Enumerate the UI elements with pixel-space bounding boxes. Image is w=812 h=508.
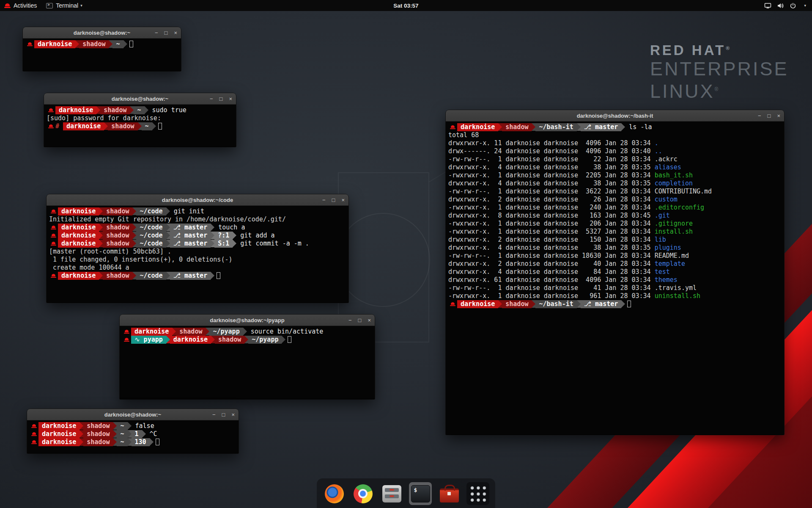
- terminal-cursor: [217, 272, 220, 279]
- maximize-button[interactable]: □: [332, 197, 335, 203]
- minimize-button[interactable]: −: [758, 113, 761, 119]
- titlebar[interactable]: darknoise@shadow:~ − □ ×: [44, 93, 236, 105]
- git-branch-icon: ⎇: [584, 300, 595, 308]
- file-name: plugins: [655, 244, 681, 252]
- prompt-segment-st: S:1: [214, 240, 233, 248]
- file-name: completion: [655, 179, 693, 188]
- file-name: .ackrc: [655, 155, 678, 163]
- titlebar[interactable]: darknoise@shadow:~/bash-it − □ ×: [446, 110, 784, 121]
- terminal-content[interactable]: darknoiseshadow~: [23, 39, 181, 71]
- powerline-arrow: [80, 422, 83, 430]
- redhat-prompt-icon: [122, 328, 131, 336]
- terminal-line: darknoiseshadow~: [25, 40, 181, 48]
- terminal-line: [master (root-commit) 50bcb63] .: [49, 248, 348, 256]
- rhel-wordmark-redhat: RED HAT®: [650, 42, 789, 58]
- git-branch-icon: ⎇: [173, 224, 184, 231]
- terminal-line: -rw-rw-r--. 1 darknoise darknoise 41 Jan…: [448, 284, 784, 292]
- terminal-line: darknoiseshadow~/bash-it⎇ master ls -la: [448, 123, 784, 131]
- powerline-arrow: [132, 272, 136, 279]
- file-name: lib: [655, 236, 666, 244]
- dock-item-toolbox[interactable]: [438, 482, 461, 505]
- maximize-button[interactable]: □: [165, 30, 168, 36]
- powerline-arrow: [621, 300, 625, 308]
- output-text: create mode 100644 a: [49, 264, 129, 272]
- dock-item-app-grid[interactable]: [466, 482, 489, 505]
- minimize-button[interactable]: −: [210, 96, 213, 102]
- terminal-line: -rwxrwxr-x. 1 darknoise darknoise 206 Ja…: [448, 220, 784, 228]
- terminal-line: drwxrwxr-x. 4 darknoise darknoise 38 Jan…: [448, 179, 784, 188]
- minimize-button[interactable]: −: [155, 30, 158, 36]
- minimize-button[interactable]: −: [212, 412, 216, 417]
- terminal-cursor: [288, 336, 291, 343]
- powerline-arrow: [138, 122, 142, 130]
- terminal-window-home-2: darknoise@shadow:~ − □ × darknoiseshadow…: [27, 409, 239, 453]
- prompt-segment-user: darknoise: [457, 300, 498, 308]
- terminal-content[interactable]: darknoiseshadow~/code git initInitialize…: [47, 206, 348, 302]
- close-button[interactable]: ×: [777, 113, 780, 119]
- powerline-arrow: [233, 240, 236, 247]
- prompt-segment-host: shadow: [103, 240, 132, 248]
- prompt-segment-git: ⎇ master: [170, 232, 211, 240]
- close-button[interactable]: ×: [368, 318, 371, 323]
- powerline-arrow: [233, 232, 236, 239]
- prompt-segment-path: ~: [117, 422, 127, 430]
- terminal-content[interactable]: darknoiseshadow~/pyapp source bin/activa…: [120, 326, 375, 399]
- terminal-line: darknoiseshadow~/code⎇ master: [49, 272, 348, 280]
- prompt-segment-path: ~: [112, 40, 123, 48]
- powerline-arrow: [498, 123, 502, 131]
- python-icon: ∿: [134, 336, 144, 343]
- prompt-segment-git: ⎇ master: [581, 123, 622, 131]
- clock[interactable]: Sat 03:57: [0, 3, 812, 9]
- minimize-button[interactable]: −: [348, 318, 352, 323]
- redhat-prompt-icon: [49, 232, 58, 240]
- close-button[interactable]: ×: [229, 96, 232, 102]
- window-title: darknoise@shadow:~/code: [162, 197, 233, 203]
- file-entry-meta: drwxrwxr-x. 4 darknoise darknoise 38 Jan…: [448, 163, 655, 171]
- redhat-hat-glyph: [450, 302, 455, 306]
- terminal-line: -rw-rw-r--. 1 darknoise darknoise 3622 J…: [448, 188, 784, 196]
- system-tray[interactable]: ▾: [764, 3, 812, 9]
- display-icon: [764, 3, 771, 9]
- terminal-line: -rwxrwxr-x. 1 darknoise darknoise 240 Ja…: [448, 204, 784, 212]
- maximize-button[interactable]: □: [358, 318, 362, 323]
- prompt-segment-path: ~/code: [136, 272, 166, 280]
- maximize-button[interactable]: □: [768, 113, 771, 119]
- terminal-content[interactable]: darknoiseshadow~ falsedarknoiseshadow~1 …: [27, 420, 239, 453]
- prompt-segment-host: shadow: [79, 40, 109, 48]
- powerline-arrow: [243, 328, 247, 335]
- powerline-arrow: [96, 106, 100, 114]
- window-title: darknoise@shadow:~: [74, 30, 130, 36]
- titlebar[interactable]: darknoise@shadow:~/code − □ ×: [47, 194, 348, 206]
- titlebar[interactable]: darknoise@shadow:~/pyapp − □ ×: [120, 315, 375, 326]
- command-text: ls -la: [625, 123, 652, 131]
- output-text: #: [55, 122, 63, 130]
- dock-item-firefox[interactable]: [323, 482, 346, 505]
- maximize-button[interactable]: □: [219, 96, 223, 102]
- minimize-button[interactable]: −: [322, 197, 326, 203]
- file-name: install.sh: [655, 228, 693, 236]
- dock-item-files[interactable]: [380, 482, 403, 505]
- redhat-hat-glyph: [450, 125, 455, 129]
- powerline-arrow: [166, 272, 170, 279]
- command-text: git add a: [236, 232, 274, 240]
- dock-item-chrome[interactable]: [351, 482, 374, 505]
- close-button[interactable]: ×: [341, 197, 345, 203]
- prompt-segment-host: shadow: [502, 123, 532, 131]
- titlebar[interactable]: darknoise@shadow:~ − □ ×: [27, 409, 239, 420]
- terminal-line: ∿ pyappdarknoiseshadow~/pyapp: [122, 336, 375, 344]
- file-name: bash_it.sh: [655, 171, 693, 179]
- terminal-content[interactable]: darknoiseshadow~ sudo true[sudo] passwor…: [44, 105, 236, 146]
- terminal-content[interactable]: darknoiseshadow~/bash-it⎇ master ls -lat…: [446, 121, 784, 434]
- redhat-prompt-icon: [49, 224, 58, 232]
- dock-item-terminal[interactable]: [409, 482, 432, 505]
- git-branch-icon: ⎇: [173, 272, 184, 279]
- titlebar[interactable]: darknoise@shadow:~ − □ ×: [23, 27, 181, 39]
- powerline-arrow: [99, 224, 103, 231]
- powerline-arrow: [80, 438, 83, 446]
- close-button[interactable]: ×: [231, 412, 235, 417]
- terminal-line: create mode 100644 a: [49, 264, 348, 272]
- power-icon: [790, 3, 796, 9]
- close-button[interactable]: ×: [174, 30, 177, 36]
- file-name: aliases: [655, 163, 681, 171]
- maximize-button[interactable]: □: [222, 412, 225, 417]
